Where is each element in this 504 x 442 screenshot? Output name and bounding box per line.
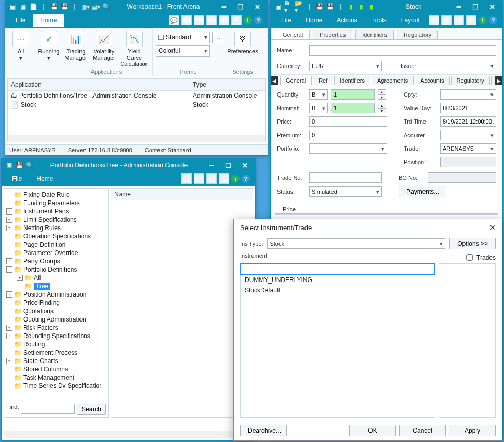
hscrollbar[interactable] (8, 135, 265, 142)
tree-node[interactable]: 📁Time Series Dv Specificatior (5, 382, 107, 390)
tree-node[interactable]: 📁Funding Parameters (5, 199, 107, 207)
portfolio-select[interactable]: ▾ (309, 143, 387, 154)
tree-node[interactable]: +📁Netting Rules (5, 224, 107, 232)
nominal-input[interactable] (331, 103, 375, 113)
ribbon-running-button[interactable]: ✔ Running▾ (36, 30, 61, 62)
quantity-spin-down[interactable]: ▼ (378, 95, 386, 100)
toolbar-info-icon[interactable]: i (231, 175, 240, 183)
theme-preset-select[interactable]: Standard▾ (156, 32, 210, 43)
premium-input[interactable] (309, 130, 387, 140)
ribbon-trading-manager-button[interactable]: 📊Trading Manager (63, 30, 88, 62)
tree-node[interactable]: 📁Page Definition (5, 240, 107, 249)
tab-properties[interactable]: Properties (313, 30, 352, 39)
menu-home[interactable]: Home (29, 172, 60, 185)
menu-file[interactable]: File (274, 14, 298, 27)
toolbar-tasks-icon[interactable]: ☑▾ (181, 173, 192, 184)
search-button[interactable]: Search (77, 404, 106, 415)
tree-node[interactable]: 📁Quotations (5, 307, 107, 315)
expand-toggle[interactable]: + (6, 208, 12, 215)
tree-node[interactable]: 📁Task Management (5, 373, 107, 382)
ribbon-volatility-manager-button[interactable]: 📈Volatility Manager (91, 30, 116, 62)
toolbar-info-icon[interactable]: i (244, 16, 252, 24)
tab-accounts[interactable]: Accounts (415, 76, 449, 85)
qat-grid-icon[interactable]: ▥▾ (81, 3, 89, 11)
menu-file[interactable]: File (5, 172, 29, 185)
quantity-side-select[interactable]: B▾ (309, 89, 328, 100)
qat-list-icon[interactable]: ▤▾ (91, 3, 100, 11)
menu-actions[interactable]: Actions (329, 14, 364, 27)
toolbar-copy-icon[interactable]: ⧉ (441, 15, 452, 25)
theme-palette-select[interactable]: Colorful▾ (156, 45, 210, 57)
qat-save-icon[interactable]: 💾 (15, 161, 23, 169)
toolbar-tasks-icon[interactable]: ☑▾ (194, 15, 204, 25)
toolbar-help-icon[interactable]: ? (242, 175, 250, 183)
payments-button[interactable]: Payments... (399, 186, 445, 197)
tree-node[interactable]: 📁Stored Columns (5, 365, 107, 373)
toolbar-help-icon[interactable]: ? (254, 16, 262, 24)
qat-saveall-icon[interactable]: 💾 (60, 3, 69, 11)
tree-node[interactable]: 📁Operation Specifications (5, 232, 107, 240)
tab-regulatory-inner[interactable]: Regulatory (451, 76, 490, 85)
toolbar-stack-icon[interactable]: ☰ (466, 15, 476, 25)
toolbar-info-icon[interactable]: i (479, 16, 487, 24)
toolbar-layers-icon[interactable]: 🗂 (454, 15, 464, 25)
app-list-row[interactable]: 🗂Portfolio Definitions/Tree - Administra… (8, 91, 265, 100)
tree-node[interactable]: −📁Portfolio Definitions (5, 265, 107, 274)
find-input[interactable] (21, 404, 75, 414)
expand-toggle[interactable]: + (6, 217, 12, 223)
toolbar-layers-icon[interactable]: 🗂 (206, 173, 217, 184)
toolbar-chat-icon[interactable]: 💬 (169, 15, 179, 25)
close-button[interactable]: ✕ (237, 160, 252, 170)
tab-agreements[interactable]: Agreements (372, 76, 414, 85)
nominal-spin-down[interactable]: ▼ (378, 108, 386, 113)
price-input[interactable] (309, 116, 387, 127)
menu-home[interactable]: Home (298, 14, 329, 27)
toolbar-help-icon[interactable]: ? (489, 16, 497, 24)
tradeno-input[interactable] (309, 172, 382, 183)
tab-identifiers-inner[interactable]: Identifiers (334, 76, 370, 85)
nominal-side-select[interactable]: B▾ (309, 103, 328, 113)
status-select[interactable]: Simulated▾ (309, 186, 382, 197)
tree-node-child[interactable]: +📁All (5, 274, 107, 282)
qat-save-icon[interactable]: 💾 (315, 3, 324, 11)
minimize-button[interactable]: ━ (452, 2, 466, 12)
instrument-list[interactable]: DUMMY_UNDERLYING StockDefault (240, 275, 435, 418)
tree-node[interactable]: +📁State Charts (5, 357, 107, 365)
tree-node[interactable]: +📁Party Groups (5, 257, 107, 265)
col-header-type[interactable]: Type (190, 79, 265, 91)
modal-close-button[interactable]: ✕ (489, 223, 496, 232)
currency-select[interactable]: EUR▾ (309, 61, 382, 71)
apply-button[interactable]: Apply (449, 425, 496, 436)
ribbon-all-button[interactable]: ⋯ All▾ (8, 30, 33, 62)
toolbar-copy-icon[interactable]: ⧉▾ (219, 15, 229, 25)
close-button[interactable]: ✕ (250, 2, 264, 12)
trades-checkbox[interactable]: Trades (464, 252, 496, 262)
nominal-spin-up[interactable]: ▲ (378, 103, 386, 108)
valueday-input[interactable] (440, 103, 496, 113)
tree-node[interactable]: +📁Limit Specifications (5, 216, 107, 224)
qat-green1-icon[interactable]: ▮ (347, 3, 355, 11)
maximize-button[interactable]: ☐ (233, 2, 248, 12)
qat-green3-icon[interactable]: ▮ (367, 3, 376, 11)
expand-toggle[interactable]: − (6, 266, 12, 273)
minimize-button[interactable]: ━ (217, 2, 231, 12)
tab-identifiers[interactable]: Identifiers (355, 30, 394, 39)
tree-node[interactable]: 📁Parameter Override (5, 249, 107, 257)
qat-saveas-icon[interactable]: 💾 (326, 3, 334, 11)
hscrollbar[interactable] (4, 431, 253, 438)
col-header-application[interactable]: Application (8, 79, 190, 91)
ribbon-yield-curve-button[interactable]: 📉Yield Curve Calculation (120, 30, 149, 68)
list-item[interactable]: StockDefault (241, 285, 435, 296)
tree-node-child[interactable]: 📁Tree (5, 282, 107, 290)
cancel-button[interactable]: Cancel (399, 425, 446, 436)
col-header-name[interactable]: Name (111, 189, 253, 200)
expand-toggle[interactable]: + (6, 333, 12, 339)
tab-general-inner[interactable]: General (280, 76, 312, 85)
toolbar-copy-icon[interactable]: ⧉ (194, 173, 204, 184)
name-input[interactable] (309, 45, 496, 56)
qat-open-icon[interactable]: 📄 (29, 3, 37, 11)
admin-tree[interactable]: 📁Fixing Date Rule📁Funding Parameters+📁In… (4, 189, 108, 401)
tab-scroll-right[interactable]: ▶ (495, 76, 502, 85)
menu-file[interactable]: File (8, 14, 33, 27)
ins-type-select[interactable]: Stock▾ (267, 238, 445, 249)
